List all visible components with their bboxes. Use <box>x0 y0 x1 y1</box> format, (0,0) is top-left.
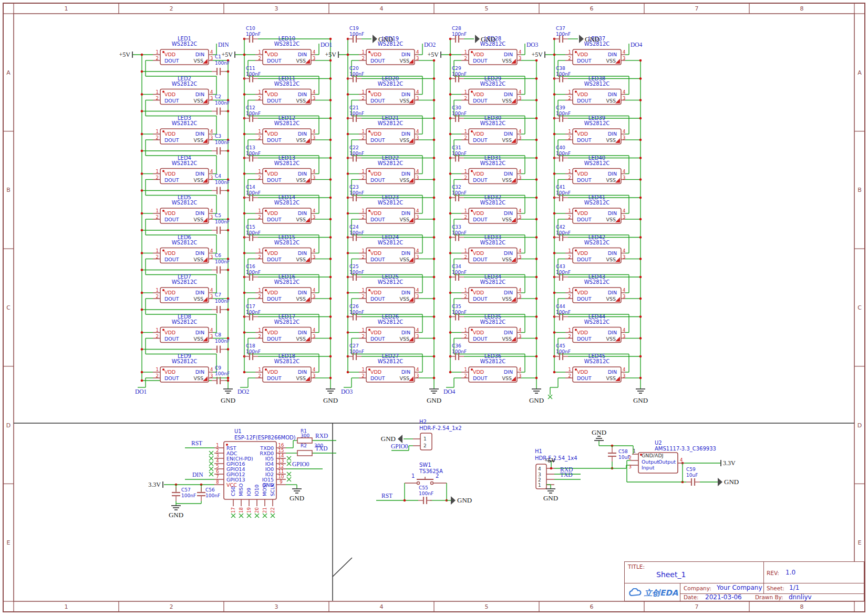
svg-text:1: 1 <box>156 248 159 253</box>
net-label-DIN[interactable]: DIN <box>218 42 229 48</box>
sheet-title[interactable]: Sheet_1 <box>656 570 686 579</box>
svg-text:WS2812C: WS2812C <box>274 41 300 47</box>
svg-text:1: 1 <box>156 49 159 55</box>
svg-text:VDD: VDD <box>164 250 175 256</box>
drawn-by-value[interactable]: dnnliyv <box>789 593 812 601</box>
svg-text:DO3: DO3 <box>341 388 353 395</box>
svg-text:VDD: VDD <box>473 131 484 137</box>
net-label-txd[interactable]: TXD <box>315 445 328 452</box>
svg-text:2: 2 <box>156 96 159 101</box>
net-label-DO2[interactable]: DO2 <box>237 388 250 395</box>
svg-text:+5V: +5V <box>428 51 439 58</box>
svg-text:100nF: 100nF <box>215 219 230 224</box>
svg-text:3: 3 <box>216 453 219 458</box>
date-value[interactable]: 2021-03-06 <box>705 593 742 601</box>
svg-text:WS2812C: WS2812C <box>378 319 404 325</box>
svg-text:1: 1 <box>362 169 365 174</box>
svg-text:RST: RST <box>191 440 202 446</box>
net-label-DO4[interactable]: DO4 <box>631 42 643 48</box>
svg-text:8: 8 <box>800 5 804 12</box>
svg-text:VSS: VSS <box>296 137 306 143</box>
net-label-gpio0[interactable]: GPIO0 <box>391 443 408 449</box>
svg-text:WS2812C: WS2812C <box>480 160 506 166</box>
svg-text:+5V: +5V <box>325 51 337 58</box>
svg-text:100nF: 100nF <box>452 230 467 235</box>
net-label-rst[interactable]: RST <box>381 493 392 499</box>
svg-text:C56: C56 <box>205 487 215 493</box>
svg-text:3: 3 <box>538 472 541 477</box>
svg-text:6: 6 <box>216 469 219 474</box>
svg-text:2: 2 <box>569 96 571 101</box>
svg-text:C22: C22 <box>349 145 359 150</box>
svg-text:DIN: DIN <box>504 91 513 97</box>
svg-text:D: D <box>857 422 862 429</box>
svg-text:1: 1 <box>259 49 261 55</box>
power-port-3v3[interactable]: 3.3V <box>721 459 736 467</box>
svg-text:2: 2 <box>362 214 365 220</box>
svg-text:VDD: VDD <box>473 290 484 295</box>
company-value[interactable]: Your Company <box>717 584 762 591</box>
svg-text:DO2: DO2 <box>237 388 250 395</box>
schematic-canvas[interactable]: 1122334455667788AABBCCDDEEGNDDIN+5VLED1W… <box>0 0 868 615</box>
svg-text:VSS: VSS <box>502 336 512 342</box>
net-label-txd[interactable]: TXD <box>560 472 573 478</box>
net-label-rxd[interactable]: RXD <box>315 433 328 439</box>
svg-text:VSS: VSS <box>193 98 203 104</box>
svg-text:DOUT: DOUT <box>267 375 282 381</box>
svg-text:2: 2 <box>156 334 159 339</box>
svg-text:2: 2 <box>423 443 427 448</box>
sheet-value[interactable]: 1/1 <box>789 584 799 591</box>
svg-text:C41: C41 <box>556 184 565 190</box>
net-label-DO1[interactable]: DO1 <box>135 388 147 395</box>
svg-text:VSS: VSS <box>606 217 616 222</box>
svg-text:VDD: VDD <box>370 210 381 216</box>
svg-text:2: 2 <box>569 294 571 299</box>
svg-text:3: 3 <box>416 214 419 220</box>
rev-value[interactable]: 1.0 <box>786 569 795 576</box>
svg-text:DIN: DIN <box>195 91 204 97</box>
lceda-logo: 立创EDA <box>628 586 678 600</box>
svg-text:VDD: VDD <box>577 52 588 57</box>
svg-text:VSS: VSS <box>193 296 203 302</box>
net-label-DO1[interactable]: DO1 <box>321 42 333 48</box>
svg-text:VDD: VDD <box>370 91 381 97</box>
svg-text:1: 1 <box>156 367 159 372</box>
svg-text:GND: GND <box>290 494 304 502</box>
svg-text:7: 7 <box>216 474 219 479</box>
svg-text:3: 3 <box>519 373 521 378</box>
svg-text:GND: GND <box>529 396 544 404</box>
net-label-din[interactable]: DIN <box>192 472 203 478</box>
svg-text:4: 4 <box>416 169 419 174</box>
svg-text:VDD: VDD <box>370 250 381 256</box>
svg-text:VSS: VSS <box>296 58 306 64</box>
svg-text:3: 3 <box>629 464 632 469</box>
net-label-rst[interactable]: RST <box>191 440 202 446</box>
svg-text:DIN: DIN <box>298 131 307 137</box>
svg-text:1: 1 <box>259 169 261 174</box>
svg-text:VDD: VDD <box>577 131 588 137</box>
net-label-DO3[interactable]: DO3 <box>341 388 353 395</box>
svg-text:100nF: 100nF <box>556 270 571 275</box>
svg-text:GND: GND <box>481 35 495 43</box>
svg-text:4: 4 <box>210 49 213 55</box>
svg-text:DOUT: DOUT <box>164 177 179 183</box>
svg-text:3: 3 <box>416 56 419 61</box>
net-label-gpio0[interactable]: GPIO0 <box>292 461 309 467</box>
svg-text:10uF: 10uF <box>686 473 698 478</box>
svg-text:DIN: DIN <box>298 171 307 177</box>
svg-text:3: 3 <box>210 294 213 299</box>
power-port-3v3[interactable]: 3.3V <box>148 481 163 488</box>
svg-text:R2: R2 <box>301 443 307 448</box>
net-label-DO2[interactable]: DO2 <box>424 42 436 48</box>
svg-text:C40: C40 <box>556 145 565 150</box>
svg-text:3.3V: 3.3V <box>148 481 161 488</box>
net-label-DO3[interactable]: DO3 <box>526 42 539 48</box>
svg-text:1: 1 <box>464 129 467 134</box>
net-label-DO4[interactable]: DO4 <box>443 388 456 395</box>
svg-text:100nF: 100nF <box>349 310 364 315</box>
power-port-5v[interactable]: +5V <box>544 457 556 464</box>
svg-text:2: 2 <box>569 373 571 378</box>
svg-text:WS2812C: WS2812C <box>274 240 300 245</box>
svg-text:3: 3 <box>416 294 419 299</box>
svg-text:C55: C55 <box>419 485 428 490</box>
